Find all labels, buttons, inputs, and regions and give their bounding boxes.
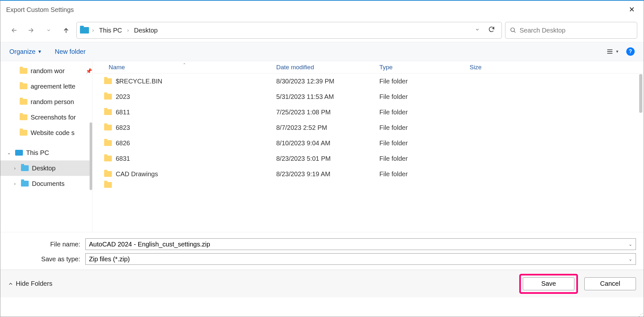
address-dropdown[interactable] (473, 25, 482, 35)
file-type: File folder (379, 170, 470, 178)
chevron-down-icon (475, 27, 480, 32)
tree-item-thispc[interactable]: ⌄This PC (0, 145, 92, 160)
file-list: Name⌃ Date modified Type Size $RECYCLE.B… (93, 61, 644, 232)
folder-icon (21, 165, 29, 171)
column-type[interactable]: Type (379, 64, 470, 71)
file-date: 7/25/2023 1:08 PM (276, 109, 379, 116)
tree-item[interactable]: random person (0, 94, 92, 110)
file-type: File folder (379, 139, 470, 147)
refresh-button[interactable] (485, 24, 498, 37)
title-bar: Export Custom Settings ✕ (0, 1, 644, 19)
file-date: 8/23/2023 5:01 PM (276, 155, 379, 162)
table-row[interactable]: 68268/10/2023 9:04 AMFile folder (93, 135, 644, 151)
tree-label: Documents (32, 180, 64, 187)
recent-dropdown[interactable] (42, 23, 56, 37)
table-row[interactable]: 68318/23/2023 5:01 PMFile folder (93, 151, 644, 166)
forward-button[interactable] (24, 23, 38, 37)
folder-icon (104, 94, 112, 100)
nav-row: › This PC › Desktop (0, 19, 644, 42)
table-row[interactable]: 20235/31/2023 11:53 AMFile folder (93, 89, 644, 104)
folder-icon (104, 182, 112, 188)
folder-icon (104, 140, 112, 146)
organize-menu[interactable]: Organize ▼ (9, 48, 42, 55)
chevron-right-icon: › (12, 166, 18, 171)
search-box[interactable] (505, 22, 637, 39)
tree-label: Screenshots for (31, 114, 76, 121)
tree-item[interactable]: agreement lette (0, 79, 92, 94)
tree-item[interactable]: Screenshots for (0, 110, 92, 125)
file-date: 8/7/2023 2:52 PM (276, 124, 379, 131)
chevron-down-icon (46, 28, 51, 33)
breadcrumb-item[interactable]: This PC (97, 25, 124, 35)
up-button[interactable] (59, 23, 73, 37)
tree-item-desktop[interactable]: ›Desktop (0, 160, 92, 176)
chevron-down-icon: ⌄ (629, 256, 632, 262)
arrow-up-icon (63, 27, 70, 34)
file-type: File folder (379, 78, 470, 85)
refresh-icon (488, 26, 495, 33)
folder-icon (104, 109, 112, 115)
filename-input[interactable]: AutoCAD 2024 - English_cust_settings.zip… (85, 238, 636, 250)
new-folder-button[interactable]: New folder (55, 48, 86, 55)
chevron-up-icon (8, 281, 13, 286)
tree-label: Desktop (32, 165, 55, 172)
folder-icon (20, 130, 27, 136)
pc-icon (15, 150, 23, 156)
table-row[interactable]: $RECYCLE.BIN8/30/2023 12:39 PMFile folde… (93, 73, 644, 89)
file-date: 8/10/2023 9:04 AM (276, 139, 379, 147)
view-menu[interactable]: ▼ (606, 48, 619, 55)
file-name: 2023 (116, 93, 130, 101)
filename-value: AutoCAD 2024 - English_cust_settings.zip (89, 241, 210, 248)
savetype-select[interactable]: Zip files (*.zip) ⌄ (85, 253, 636, 265)
address-bar[interactable]: › This PC › Desktop (76, 22, 502, 39)
table-row[interactable]: CAD Drawings8/23/2023 9:19 AMFile folder (93, 166, 644, 182)
breadcrumb-item[interactable]: Desktop (132, 25, 160, 35)
resize-grip-icon[interactable]: ⋰ (639, 313, 643, 316)
search-input[interactable] (520, 27, 632, 34)
footer: Hide Folders Save Cancel (0, 270, 644, 297)
column-name[interactable]: Name⌃ (93, 64, 276, 71)
hide-folders-toggle[interactable]: Hide Folders (8, 280, 52, 287)
file-type: File folder (379, 109, 470, 116)
file-name: $RECYCLE.BIN (116, 78, 162, 85)
toolbar: Organize ▼ New folder ▼ ? (0, 42, 644, 61)
file-date: 8/23/2023 9:19 AM (276, 170, 379, 178)
help-button[interactable]: ? (626, 47, 635, 56)
folder-icon (20, 68, 27, 74)
file-date: 8/30/2023 12:39 PM (276, 78, 379, 85)
arrow-right-icon (28, 27, 35, 34)
tree-label: This PC (26, 149, 49, 157)
sort-caret-icon: ⌃ (183, 62, 186, 67)
file-name: CAD Drawings (116, 170, 158, 178)
arrow-left-icon (10, 27, 17, 34)
table-row[interactable]: 68238/7/2023 2:52 PMFile folder (93, 120, 644, 135)
file-type: File folder (379, 155, 470, 162)
window-title: Export Custom Settings (6, 6, 74, 14)
tree-item-documents[interactable]: ›Documents (0, 176, 92, 191)
save-button[interactable]: Save (523, 277, 574, 290)
close-icon[interactable]: ✕ (626, 4, 638, 15)
table-row[interactable]: 68117/25/2023 1:08 PMFile folder (93, 104, 644, 120)
folder-icon (20, 83, 27, 89)
file-name: 6831 (116, 155, 130, 162)
filelist-scrollbar[interactable] (639, 74, 642, 113)
file-name: 6826 (116, 139, 130, 147)
chevron-right-icon: › (12, 181, 18, 186)
folder-icon (20, 99, 27, 105)
pin-icon: 📌 (86, 68, 92, 74)
folder-icon (20, 114, 27, 120)
cancel-button[interactable]: Cancel (584, 277, 636, 290)
column-size[interactable]: Size (470, 64, 534, 71)
tree-item[interactable]: random wor📌 (0, 63, 92, 79)
column-date[interactable]: Date modified (276, 64, 379, 71)
folder-icon (21, 181, 29, 187)
list-view-icon (606, 48, 613, 55)
folder-icon (104, 78, 112, 84)
chevron-down-icon: ⌄ (629, 242, 632, 247)
file-type: File folder (379, 93, 470, 101)
back-button[interactable] (7, 23, 21, 37)
sidebar-scrollbar[interactable] (90, 122, 92, 190)
tree-item[interactable]: Website code s (0, 125, 92, 140)
tree-label: random person (31, 98, 74, 106)
file-name: 6811 (116, 109, 130, 116)
